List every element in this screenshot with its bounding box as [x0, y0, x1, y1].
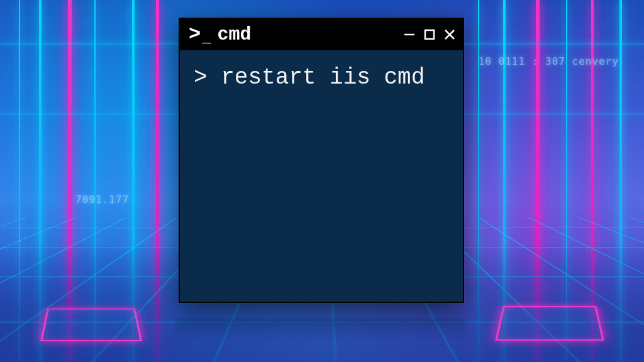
- minimize-button[interactable]: [402, 28, 416, 41]
- maximize-button[interactable]: [423, 28, 436, 41]
- command-line: > restart iis cmd: [194, 63, 449, 94]
- prompt-char: >: [194, 65, 208, 90]
- svg-rect-1: [425, 30, 434, 39]
- window-title: cmd: [218, 24, 396, 45]
- terminal-window: >_ cmd > restart iis cmd: [179, 18, 464, 303]
- titlebar[interactable]: >_ cmd: [180, 19, 463, 50]
- window-controls: [402, 28, 457, 41]
- terminal-body[interactable]: > restart iis cmd: [180, 50, 463, 106]
- close-button[interactable]: [443, 28, 457, 41]
- terminal-icon: >_: [189, 25, 211, 45]
- bg-text-right: 10 0111 : 307 cenvery: [479, 55, 619, 67]
- command-text: restart iis cmd: [221, 65, 425, 90]
- bg-text-left: 7091.177: [75, 194, 129, 206]
